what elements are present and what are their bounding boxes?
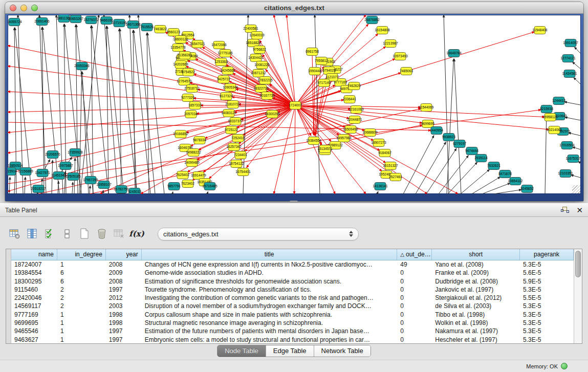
- table-cell[interactable]: 5.3E-5: [520, 302, 574, 310]
- network-node[interactable]: 16648784: [446, 50, 462, 57]
- table-cell[interactable]: 0: [397, 336, 432, 343]
- table-cell[interactable]: 0: [397, 294, 432, 302]
- network-node[interactable]: 15472066: [211, 41, 227, 49]
- network-node[interactable]: 2935114: [474, 155, 488, 162]
- network-node[interactable]: 7234401: [234, 151, 247, 159]
- network-node[interactable]: 13354778: [170, 44, 186, 52]
- table-selector-dropdown[interactable]: citations_edges.txt: [158, 228, 359, 240]
- table-cell[interactable]: 1: [57, 327, 106, 335]
- table-cell[interactable]: 1998: [106, 319, 142, 327]
- close-panel-icon[interactable]: ✕: [576, 206, 583, 214]
- table-cell[interactable]: Structural magnetic resonance image aver…: [142, 319, 398, 327]
- zoom-window-button[interactable]: [31, 5, 38, 11]
- table-cell[interactable]: 1997: [106, 286, 142, 294]
- table-cell[interactable]: 9699695: [11, 319, 57, 327]
- network-node[interactable]: 1990448: [308, 68, 321, 75]
- table-cell[interactable]: 6: [57, 269, 106, 277]
- network-node[interactable]: 16754401: [235, 168, 251, 176]
- network-node[interactable]: 5938923: [442, 134, 455, 141]
- table-cell[interactable]: 6: [57, 277, 106, 286]
- table-cell[interactable]: Nakamura et al. (1997): [432, 327, 520, 335]
- table-row[interactable]: 1830029562008Estimation of significance …: [11, 277, 574, 286]
- network-node[interactable]: 7515526: [140, 24, 154, 31]
- network-node[interactable]: 9474444: [465, 147, 478, 155]
- network-node[interactable]: 16782759: [114, 186, 129, 193]
- table-cell[interactable]: 5.9E-5: [520, 277, 574, 286]
- network-node[interactable]: 9756822: [253, 46, 266, 54]
- network-node[interactable]: 7485063: [400, 68, 413, 75]
- network-node[interactable]: 8127324: [220, 93, 233, 100]
- network-node[interactable]: 11548408: [533, 27, 548, 34]
- table-cell[interactable]: 5.3E-5: [520, 311, 574, 319]
- table-cell[interactable]: Yano et al. (2008): [432, 260, 520, 269]
- table-cell[interactable]: 9777169: [11, 311, 57, 319]
- network-node[interactable]: 14988222: [186, 149, 201, 157]
- network-node[interactable]: 14099489: [184, 159, 200, 167]
- network-node[interactable]: 1253363: [214, 58, 228, 66]
- network-node[interactable]: 7955812: [315, 57, 328, 65]
- table-row[interactable]: 946362711997Embryonic stem cells: a mode…: [11, 336, 574, 343]
- network-node[interactable]: 11544069: [419, 104, 434, 112]
- network-node[interactable]: 18337377: [228, 118, 243, 125]
- table-row[interactable]: 946554611997Estimation of the future num…: [11, 327, 574, 335]
- network-node[interactable]: 1440954: [430, 127, 443, 135]
- network-node[interactable]: 20206576: [45, 151, 60, 159]
- network-node[interactable]: 1857333: [188, 102, 202, 110]
- table-cell[interactable]: Changes of HCN gene expression and I(f) …: [142, 260, 398, 269]
- split-pane-handle[interactable]: [290, 201, 298, 203]
- column-header-in_degree[interactable]: in_degree: [57, 249, 106, 260]
- table-row[interactable]: 911546021997Tourette syndrome. Phenomeno…: [11, 286, 574, 294]
- network-node[interactable]: 14245661: [220, 67, 235, 75]
- column-settings-button[interactable]: [25, 226, 40, 242]
- table-cell[interactable]: 9115460: [11, 286, 57, 294]
- table-cell[interactable]: Wolkin et al. (1998): [432, 319, 520, 327]
- network-node[interactable]: 10688609: [362, 129, 378, 137]
- window-titlebar[interactable]: citations_edges.txt: [5, 2, 583, 14]
- table-cell[interactable]: 22420046: [11, 294, 57, 302]
- table-cell[interactable]: 18724007: [11, 260, 57, 269]
- network-node[interactable]: 20671212: [251, 70, 266, 77]
- network-node[interactable]: 12161063: [349, 106, 364, 114]
- network-node[interactable]: 11434561: [562, 70, 577, 78]
- network-node[interactable]: 14304421: [248, 54, 264, 62]
- network-node[interactable]: 17016504: [559, 142, 575, 149]
- network-node[interactable]: 20053346: [74, 62, 90, 70]
- table-cell[interactable]: 2008: [106, 277, 142, 286]
- table-cell[interactable]: 5.3E-5: [520, 336, 574, 343]
- network-node[interactable]: 14957984: [336, 135, 352, 142]
- network-node[interactable]: 1244413: [552, 97, 565, 105]
- network-node[interactable]: 10719195: [112, 19, 127, 27]
- network-node[interactable]: 6279197: [453, 140, 466, 148]
- network-node[interactable]: 16154808: [375, 27, 390, 34]
- network-node[interactable]: 15134571: [317, 145, 333, 153]
- table-cell[interactable]: Jankovic et al. (1997): [432, 286, 520, 294]
- network-node[interactable]: 12764570: [177, 78, 192, 85]
- table-row[interactable]: 1456911722003Disruption of a novel membe…: [11, 302, 574, 310]
- column-header-name[interactable]: name: [11, 249, 57, 260]
- network-node[interactable]: 9245033: [128, 188, 141, 194]
- minimize-window-button[interactable]: [20, 5, 27, 11]
- table-cell[interactable]: 1: [57, 336, 106, 343]
- column-header-title[interactable]: title: [142, 249, 398, 260]
- network-node[interactable]: 9717140: [317, 79, 331, 87]
- table-cell[interactable]: Tourette syndrome. Phenomenology and cla…: [142, 286, 398, 294]
- network-node[interactable]: 16509492: [343, 126, 358, 134]
- network-node[interactable]: 7625402: [176, 171, 189, 179]
- select-rows-button[interactable]: [42, 226, 57, 242]
- network-node[interactable]: 17832215: [257, 77, 273, 84]
- tab-network-table[interactable]: Network Table: [314, 345, 371, 357]
- table-cell[interactable]: 19384554: [11, 269, 57, 277]
- table-vertical-scrollbar[interactable]: [574, 249, 582, 343]
- table-cell[interactable]: Corpus callosum shape and size in male p…: [142, 311, 398, 319]
- network-node[interactable]: 10975887: [58, 162, 73, 170]
- table-cell[interactable]: Estimation of the future numbers of pati…: [142, 327, 398, 335]
- table-cell[interactable]: 0: [397, 302, 432, 310]
- network-node[interactable]: 11675317: [566, 155, 581, 163]
- table-cell[interactable]: 1: [57, 319, 106, 327]
- table-cell[interactable]: Genome-wide association studies in ADHD.: [142, 269, 398, 277]
- delete-table-button[interactable]: [112, 226, 127, 242]
- network-node[interactable]: 12775186: [217, 50, 233, 57]
- network-node[interactable]: 15958123: [542, 114, 558, 121]
- network-node[interactable]: 22044871: [347, 116, 362, 124]
- network-node[interactable]: 9425722: [217, 76, 230, 83]
